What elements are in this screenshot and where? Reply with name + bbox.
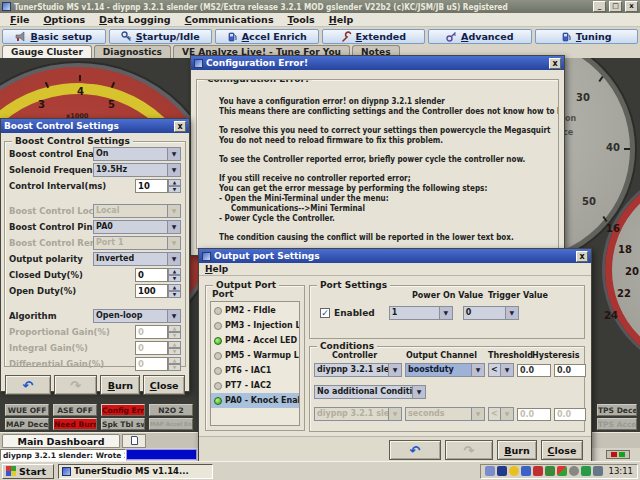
menu-file[interactable]: File: [4, 13, 35, 26]
trigger-value-combo[interactable]: 0▼: [463, 306, 519, 320]
enabled-checkbox[interactable]: ✓: [320, 308, 330, 318]
port-item-pa0[interactable]: PA0 - Knock Enable: [211, 393, 299, 408]
tray-icon-8[interactable]: [569, 466, 579, 476]
tab-diagnostics[interactable]: Diagnostics: [94, 45, 171, 58]
indicator-map-decel: MAP Decel: [5, 418, 49, 430]
taskbar-task-tunerstudio[interactable]: TunerStudio MS v1.14...: [58, 464, 213, 479]
tuning-button[interactable]: Tuning: [535, 29, 639, 44]
extended-button[interactable]: Extended: [322, 29, 426, 44]
output-channel-combo[interactable]: boostduty▼: [405, 363, 485, 377]
tray-icon-10[interactable]: [593, 466, 603, 476]
field-boost-control-location: Boost Control Location Local▼: [5, 203, 185, 219]
spin-down-icon: ▼: [168, 186, 181, 193]
boost-pin-combo[interactable]: PA0▼: [93, 220, 181, 234]
redo-button[interactable]: ↷: [445, 440, 493, 460]
config-dialog-titlebar[interactable]: Configuration Error! x: [191, 56, 564, 70]
controller-combo[interactable]: diypnp 3.2.1 slender▼: [314, 363, 402, 377]
startup-idle-button[interactable]: Startup/Idle: [109, 29, 213, 44]
dialog-icon: [194, 59, 203, 68]
open-duty-spinner[interactable]: 100▲▼: [135, 284, 181, 298]
tray-icon-6[interactable]: [545, 466, 555, 476]
boost-dialog-titlebar[interactable]: Boost Control Settings x: [1, 119, 189, 133]
power-on-value-combo[interactable]: 1▼: [389, 306, 453, 320]
operator-combo[interactable]: <▼: [488, 363, 514, 377]
hysteresis-field-2: 0.0: [554, 408, 586, 421]
field-proportional-gain: Proportional Gain(%) 0▲▼: [5, 324, 185, 340]
close-button[interactable]: x: [625, 1, 638, 12]
tray-icon-1[interactable]: [485, 466, 495, 476]
config-message-line: - Power Cycle the Controller.: [219, 214, 521, 224]
threshold-field-2: 0.0: [517, 408, 551, 421]
minimize-button[interactable]: _: [593, 1, 606, 12]
chevron-down-icon: ▼: [412, 386, 425, 398]
port-item-pm4[interactable]: PM4 - Accel LED: [211, 333, 299, 348]
algorithm-combo[interactable]: Open-loop▼: [93, 309, 181, 323]
menu-tools[interactable]: Tools: [282, 13, 321, 26]
afr-tick-22: 22: [617, 288, 631, 299]
undo-icon: ↶: [410, 443, 421, 458]
start-button[interactable]: Start: [2, 464, 54, 479]
led-off-icon: [214, 367, 222, 375]
additional-condition-combo[interactable]: No additional Condition▼: [314, 385, 426, 399]
solenoid-frequency-combo[interactable]: 19.5Hz▼: [93, 163, 181, 177]
tray-icon-2[interactable]: [497, 466, 507, 476]
menu-options[interactable]: Options: [37, 13, 91, 26]
tray-icon-7[interactable]: [557, 466, 567, 476]
os-taskbar: Start TunerStudio MS v1.14... 13:11: [0, 461, 640, 480]
advanced-button[interactable]: Advanced: [428, 29, 532, 44]
boost-location-combo: Local▼: [93, 204, 181, 218]
port-item-pt6[interactable]: PT6 - IAC1: [211, 363, 299, 378]
output-dialog-titlebar[interactable]: Output port Settings x: [199, 249, 591, 263]
accel-enrich-button[interactable]: Accel Enrich: [215, 29, 319, 44]
desktop: TunerStudio MS v1.14 - diypnp 3.2.1 slen…: [0, 0, 640, 480]
close-icon[interactable]: x: [174, 121, 186, 132]
output-polarity-combo[interactable]: Inverted▼: [93, 252, 181, 266]
indicator-tps-decel: TPS Decel: [597, 404, 637, 416]
tab-gauge-cluster[interactable]: Gauge Cluster: [2, 45, 92, 58]
tray-icon-3[interactable]: [509, 466, 519, 476]
redo-button[interactable]: ↷: [54, 375, 98, 395]
burn-button[interactable]: Burn: [497, 440, 537, 460]
port-item-pm3[interactable]: PM3 - Injection LED: [211, 318, 299, 333]
undo-button[interactable]: ↶: [5, 375, 51, 395]
close-icon[interactable]: x: [549, 58, 561, 69]
menu-help[interactable]: Help: [323, 13, 359, 26]
port-item-pm2[interactable]: PM2 - FIdle: [211, 303, 299, 318]
close-button[interactable]: Close: [143, 375, 185, 395]
control-interval-spinner[interactable]: 10▲▼: [135, 179, 181, 193]
advance-tick-40: 40: [606, 142, 620, 153]
basic-setup-button[interactable]: Basic setup: [2, 29, 106, 44]
output-channel-combo-2: seconds▼: [405, 407, 485, 421]
menu-data-logging[interactable]: Data Logging: [93, 13, 177, 26]
close-button[interactable]: Close: [541, 440, 583, 460]
power-on-value-header: Power On Value: [412, 291, 488, 300]
close-icon[interactable]: x: [576, 251, 588, 262]
port-item-pt7[interactable]: PT7 - IAC2: [211, 378, 299, 393]
indicator-wue: WUE OFF: [5, 404, 49, 416]
burn-button[interactable]: Burn: [100, 375, 140, 395]
maximize-button[interactable]: □: [609, 1, 622, 12]
threshold-field[interactable]: 0.0: [517, 364, 551, 377]
new-dashboard-button[interactable]: [122, 434, 146, 448]
redo-icon: ↷: [70, 378, 81, 393]
key-icon: [121, 31, 132, 42]
menu-communications[interactable]: Communications: [179, 13, 280, 26]
output-port-settings-dialog: Output port Settings x Help Output Port …: [198, 248, 592, 464]
tab-main-dashboard[interactable]: Main Dashboard: [2, 434, 120, 448]
hysteresis-field[interactable]: 0.0: [554, 364, 586, 377]
port-item-pm5[interactable]: PM5 - Warmup LED: [211, 348, 299, 363]
spin-up-icon: ▲: [168, 284, 181, 291]
tray-icon-9[interactable]: [581, 466, 591, 476]
menu-help[interactable]: Help: [199, 263, 234, 275]
boost-enabled-combo[interactable]: On▼: [93, 147, 181, 161]
indicator-n2o: N2O 2: [149, 404, 193, 416]
operator-combo-2: <▼: [488, 407, 514, 421]
config-message-line: To resolve this you need to correct your…: [219, 126, 521, 136]
closed-duty-spinner[interactable]: 0▲▼: [135, 268, 181, 282]
afr-tick-16: 16: [606, 223, 620, 234]
tray-icon-4[interactable]: [521, 466, 531, 476]
key-icon: [446, 31, 457, 42]
field-boost-remote-port: Boost Control Remote Port Port 1▼: [5, 235, 185, 251]
undo-button[interactable]: ↶: [389, 440, 441, 460]
tray-icon-5[interactable]: [533, 466, 543, 476]
